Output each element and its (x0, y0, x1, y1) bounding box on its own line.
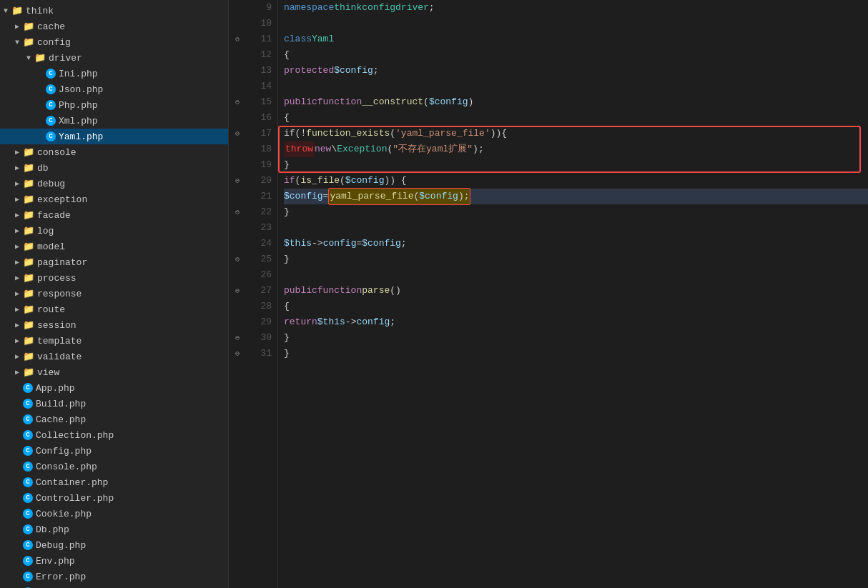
sidebar-item-route[interactable]: ▶📁route (0, 302, 228, 317)
file-label: Env.php (36, 556, 75, 567)
class-icon: C (23, 430, 33, 440)
gutter-cell (229, 0, 246, 16)
file-label: Cookie.php (36, 509, 92, 519)
gutter-cell (229, 157, 246, 173)
fold-arrow[interactable]: ⊖ (235, 334, 240, 342)
line-number: 16 (246, 110, 272, 126)
sidebar-item-console[interactable]: ▶📁console (0, 144, 228, 160)
folder-icon: 📁 (23, 304, 34, 315)
folder-arrow: ▶ (11, 211, 23, 219)
folder-label: validate (37, 352, 82, 362)
sidebar-item-think[interactable]: ▼📁think (0, 3, 228, 19)
sidebar-item-Db.php[interactable]: CDb.php (0, 522, 228, 537)
fold-arrow[interactable]: ⊖ (235, 129, 240, 138)
fold-arrow[interactable]: ⊖ (235, 98, 240, 106)
sidebar-item-App.php[interactable]: CApp.php (0, 380, 228, 396)
sidebar-item-Build.php[interactable]: CBuild.php (0, 396, 228, 412)
sidebar-item-Yaml.php[interactable]: CYaml.php (0, 129, 228, 144)
sidebar-item-Xml.php[interactable]: CXml.php (0, 113, 228, 129)
code-line-13: protected $config; (284, 63, 868, 79)
gutter-cell (229, 314, 246, 330)
folder-icon: 📁 (23, 194, 34, 205)
file-label: Xml.php (59, 116, 98, 126)
folder-label: template (37, 336, 82, 347)
sidebar-item-template[interactable]: ▶📁template (0, 333, 228, 349)
sidebar-item-Container.php[interactable]: CContainer.php (0, 474, 228, 490)
sidebar-item-validate[interactable]: ▶📁validate (0, 349, 228, 364)
sidebar-item-session[interactable]: ▶📁session (0, 317, 228, 333)
folder-arrow: ▶ (11, 22, 23, 31)
sidebar-item-Php.php[interactable]: CPhp.php (0, 97, 228, 113)
class-icon: C (23, 509, 33, 519)
sidebar-item-Exception.php[interactable]: CException.php (0, 584, 228, 588)
line-number: 29 (246, 314, 272, 330)
code-line-27: public function parse() (284, 283, 868, 299)
folder-icon: 📁 (23, 36, 34, 48)
sidebar-item-log[interactable]: ▶📁log (0, 223, 228, 239)
sidebar-item-cache[interactable]: ▶📁cache (0, 19, 228, 34)
sidebar-item-Cookie.php[interactable]: CCookie.php (0, 506, 228, 522)
code-line-11: class Yaml (284, 31, 868, 47)
sidebar-item-model[interactable]: ▶📁model (0, 239, 228, 254)
sidebar-item-response[interactable]: ▶📁response (0, 286, 228, 302)
sidebar-item-db[interactable]: ▶📁db (0, 160, 228, 176)
sidebar-item-facade[interactable]: ▶📁facade (0, 207, 228, 223)
gutter-cell (229, 16, 246, 31)
class-icon: C (23, 524, 33, 534)
folder-arrow: ▼ (0, 7, 11, 15)
folder-icon: 📁 (23, 178, 34, 189)
file-label: Json.php (59, 84, 103, 95)
sidebar-item-debug[interactable]: ▶📁debug (0, 176, 228, 191)
code-editor: ⊖⊖⊖⊖⊖⊖⊖⊖⊖ 910111213141516171819202122232… (229, 0, 868, 588)
file-tree[interactable]: ▼📁think▶📁cache▼📁config▼📁driverCIni.phpCJ… (0, 0, 229, 588)
code-line-14 (284, 79, 868, 94)
gutter-cell: ⊖ (229, 204, 246, 220)
code-line-24: $this->config = $config; (284, 236, 868, 251)
file-label: Config.php (36, 446, 92, 457)
code-line-20: if (is_file($config)) { (284, 173, 868, 189)
sidebar-item-exception[interactable]: ▶📁exception (0, 191, 228, 207)
sidebar-item-Debug.php[interactable]: CDebug.php (0, 537, 228, 553)
fold-arrow[interactable]: ⊖ (235, 255, 240, 264)
fold-arrow[interactable]: ⊖ (235, 349, 240, 358)
folder-icon: 📁 (23, 272, 34, 284)
sidebar-item-config[interactable]: ▼📁config (0, 34, 228, 50)
sidebar-item-paginator[interactable]: ▶📁paginator (0, 254, 228, 270)
sidebar-item-Controller.php[interactable]: CController.php (0, 490, 228, 506)
sidebar-item-process[interactable]: ▶📁process (0, 270, 228, 286)
folder-icon: 📁 (34, 52, 46, 64)
sidebar-item-Console.php[interactable]: CConsole.php (0, 459, 228, 474)
sidebar-item-Env.php[interactable]: CEnv.php (0, 553, 228, 569)
code-line-16: { (284, 110, 868, 126)
sidebar-item-view[interactable]: ▶📁view (0, 364, 228, 380)
code-line-18: throw new \Exception("不存在yaml扩展"); (284, 141, 868, 157)
line-number: 27 (246, 283, 272, 299)
line-number: 14 (246, 79, 272, 94)
line-number: 17 (246, 126, 272, 141)
folder-label: debug (37, 179, 65, 189)
sidebar-item-Config.php[interactable]: CConfig.php (0, 443, 228, 459)
fold-arrow[interactable]: ⊖ (235, 286, 240, 295)
folder-label: response (37, 289, 82, 299)
sidebar-item-Ini.php[interactable]: CIni.php (0, 66, 228, 81)
class-icon: C (23, 399, 33, 409)
sidebar-item-driver[interactable]: ▼📁driver (0, 50, 228, 66)
sidebar-item-Error.php[interactable]: CError.php (0, 569, 228, 584)
class-icon: C (46, 69, 56, 79)
code-content: namespace thinkconfigdriver;class Yaml{ … (278, 0, 868, 588)
fold-arrow[interactable]: ⊖ (235, 208, 240, 216)
gutter-cell (229, 79, 246, 94)
line-number: 11 (246, 31, 272, 47)
fold-arrow[interactable]: ⊖ (235, 35, 240, 44)
gutter-cell (229, 47, 246, 63)
file-label: Debug.php (36, 540, 86, 551)
class-icon: C (46, 84, 56, 94)
sidebar-item-Collection.php[interactable]: CCollection.php (0, 427, 228, 443)
gutter-cell (229, 110, 246, 126)
sidebar-item-Cache.php[interactable]: CCache.php (0, 412, 228, 427)
class-icon: C (46, 116, 56, 126)
sidebar-item-Json.php[interactable]: CJson.php (0, 81, 228, 97)
folder-label: driver (49, 53, 82, 64)
folder-arrow: ▼ (11, 39, 23, 46)
fold-arrow[interactable]: ⊖ (235, 176, 240, 185)
